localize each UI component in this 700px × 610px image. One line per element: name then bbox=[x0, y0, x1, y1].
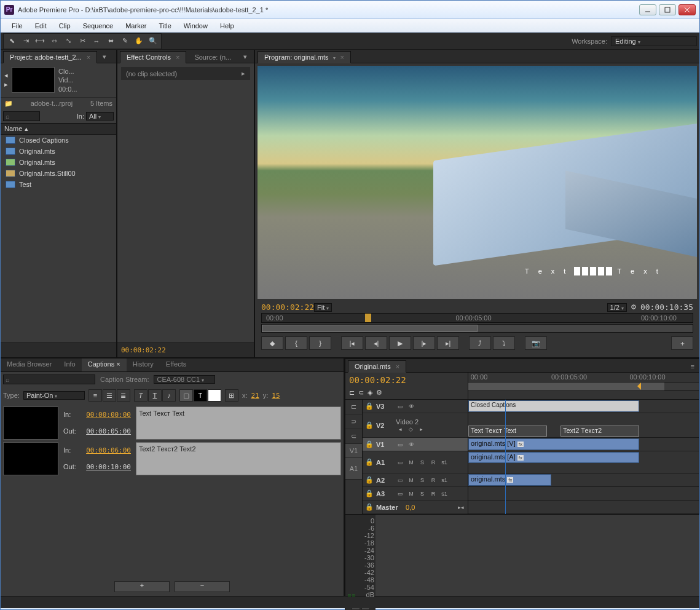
source-tab[interactable]: Source: (n... bbox=[187, 51, 238, 63]
project-tab[interactable]: Project: adobe-testt_2...× bbox=[3, 51, 97, 63]
tab-info[interactable]: Info bbox=[58, 358, 81, 371]
timeline-playhead[interactable] bbox=[505, 400, 506, 514]
minimize-button[interactable] bbox=[639, 4, 656, 15]
ripple-edit-tool-icon[interactable]: ⟷ bbox=[33, 35, 47, 47]
underline-icon[interactable]: T bbox=[148, 389, 162, 402]
panel-menu-icon[interactable]: ▾ bbox=[239, 50, 251, 63]
caption-type-selector[interactable]: Paint-On bbox=[23, 391, 85, 400]
close-icon[interactable]: × bbox=[114, 360, 120, 368]
clip-video-1[interactable]: original.mts [V]fx bbox=[468, 438, 639, 450]
timeline-tab[interactable]: Original.mts× bbox=[348, 360, 406, 373]
clip-audio-2[interactable]: original.mtsfx bbox=[468, 474, 551, 486]
zoom-tool-icon[interactable]: 🔍 bbox=[146, 35, 160, 47]
playhead-icon[interactable] bbox=[365, 314, 371, 322]
tab-effects[interactable]: Effects bbox=[160, 358, 192, 371]
lift-button[interactable]: ⤴ bbox=[469, 336, 491, 350]
menu-sequence[interactable]: Sequence bbox=[77, 21, 120, 31]
lock-icon[interactable]: 🔒 bbox=[365, 476, 374, 484]
track-select-tool-icon[interactable]: ⇥ bbox=[19, 35, 33, 47]
caption-text-input[interactable]: Text2 Текст2 Text2 bbox=[136, 442, 341, 475]
track-header-v2[interactable]: 🔒 V2 Video 2 ◂◇▸ bbox=[363, 413, 468, 438]
align-left-icon[interactable]: ≡ bbox=[88, 389, 102, 402]
mute-icon[interactable]: M bbox=[407, 459, 415, 466]
export-frame-button[interactable]: 📷 bbox=[525, 336, 547, 350]
eye-icon[interactable]: 👁 bbox=[407, 403, 415, 410]
caption-text-input[interactable]: Text Текст Text bbox=[136, 406, 341, 440]
playback-resolution-selector[interactable]: 1/2 bbox=[607, 303, 627, 312]
lock-icon[interactable]: 🔒 bbox=[365, 421, 374, 429]
asset-item[interactable]: Original.mts.Still00 bbox=[1, 168, 116, 179]
align-right-icon[interactable]: ≣ bbox=[117, 389, 130, 402]
asset-item[interactable]: Test bbox=[1, 179, 116, 190]
close-button[interactable] bbox=[678, 4, 696, 15]
clip-audio-1[interactable]: original.mts [A]fx bbox=[468, 452, 639, 463]
program-time-ruler[interactable]: 00:00 00:00:05:00 00:00:10:00 bbox=[261, 313, 693, 323]
timeline-settings-icon[interactable]: ⚙ bbox=[376, 389, 382, 397]
mute-icon[interactable]: M bbox=[407, 477, 415, 484]
tab-history[interactable]: History bbox=[127, 358, 160, 371]
slide-tool-icon[interactable]: ⬌ bbox=[104, 35, 117, 47]
solo-icon[interactable]: S bbox=[418, 459, 427, 466]
caption-out-tc[interactable]: 00:00:05:00 bbox=[86, 427, 131, 435]
menu-marker[interactable]: Marker bbox=[119, 21, 152, 31]
solo-icon[interactable]: S bbox=[418, 477, 427, 484]
slip-tool-icon[interactable]: ↔ bbox=[90, 35, 103, 47]
menu-window[interactable]: Window bbox=[178, 21, 214, 31]
window-titlebar[interactable]: Pr Adobe Premiere Pro - D:\ixBT\adobe-pr… bbox=[1, 1, 699, 19]
maximize-button[interactable] bbox=[659, 4, 676, 15]
track-header-master[interactable]: 🔒 Master 0,0 ▸◂ bbox=[363, 501, 468, 514]
go-to-in-button[interactable]: |◂ bbox=[341, 336, 363, 350]
add-caption-button[interactable]: + bbox=[114, 581, 170, 592]
go-to-out-button[interactable]: ▸| bbox=[437, 336, 459, 350]
rolling-edit-tool-icon[interactable]: ⇿ bbox=[47, 35, 61, 47]
italic-icon[interactable]: T bbox=[134, 389, 147, 402]
zoom-fit-selector[interactable]: Fit bbox=[314, 303, 332, 312]
tab-captions[interactable]: Captions × bbox=[82, 358, 127, 371]
timeline-ruler[interactable]: 00:00 00:00:05:00 00:00:10:00 bbox=[468, 373, 699, 382]
add-keyframe-icon[interactable]: ◇ bbox=[406, 426, 415, 433]
text-bg-icon[interactable]: T bbox=[194, 389, 207, 402]
prev-clip-icon[interactable]: ◂ bbox=[4, 71, 8, 79]
step-forward-button[interactable]: |▸ bbox=[413, 336, 435, 350]
remove-caption-button[interactable]: − bbox=[175, 581, 230, 592]
settings-icon[interactable]: ⚙ bbox=[631, 303, 637, 311]
timeline-tracks-area[interactable]: Closed Captions Text Текст Text Text2 Те… bbox=[468, 400, 699, 514]
extract-button[interactable]: ⤵ bbox=[493, 336, 515, 350]
close-icon[interactable]: × bbox=[340, 53, 344, 61]
play-preview-icon[interactable]: ▸ bbox=[4, 81, 8, 89]
lock-icon[interactable]: 🔒 bbox=[365, 402, 374, 410]
step-back-button[interactable]: ◂| bbox=[365, 336, 387, 350]
program-scrubber[interactable] bbox=[261, 324, 693, 333]
add-marker-icon[interactable]: ◈ bbox=[368, 389, 372, 397]
menu-help[interactable]: Help bbox=[214, 21, 240, 31]
eye-icon[interactable]: 👁 bbox=[407, 441, 415, 448]
pen-tool-icon[interactable]: ✎ bbox=[118, 35, 132, 47]
close-icon[interactable]: × bbox=[87, 53, 90, 61]
hand-tool-icon[interactable]: ✋ bbox=[132, 35, 146, 47]
collapse-icon[interactable]: ▸◂ bbox=[457, 504, 465, 511]
lock-icon[interactable]: 🔒 bbox=[365, 458, 374, 466]
timeline-zoom-bar[interactable] bbox=[468, 382, 699, 391]
send-icon[interactable]: s1 bbox=[440, 477, 449, 484]
toggle-output-icon[interactable]: ▭ bbox=[396, 459, 404, 466]
workspace-selector[interactable]: Editing bbox=[611, 36, 697, 46]
tl-tool-1[interactable]: ⊏ bbox=[345, 400, 362, 414]
next-keyframe-icon[interactable]: ▸ bbox=[417, 426, 425, 433]
align-center-icon[interactable]: ☰ bbox=[103, 389, 116, 402]
v1-source-patch[interactable]: V1 bbox=[345, 444, 362, 457]
panel-menu-icon[interactable]: ▾ bbox=[98, 50, 111, 63]
selection-tool-icon[interactable]: ⬉ bbox=[5, 35, 18, 47]
mark-out-button[interactable]: } bbox=[309, 336, 331, 350]
caption-in-tc[interactable]: 00:00:06:00 bbox=[86, 446, 131, 454]
captions-search[interactable] bbox=[3, 374, 95, 384]
record-icon[interactable]: R bbox=[429, 459, 438, 466]
track-header-v1[interactable]: 🔒 V1 ▭ 👁 bbox=[363, 438, 468, 451]
play-button[interactable]: ▶ bbox=[389, 336, 411, 350]
clip-caption-2[interactable]: Text2 Текст2 bbox=[560, 426, 639, 437]
program-monitor-tab[interactable]: Program: original.mts × bbox=[258, 51, 351, 63]
lock-icon[interactable]: 🔒 bbox=[365, 503, 374, 511]
toggle-output-icon[interactable]: ▭ bbox=[396, 477, 404, 484]
record-icon[interactable]: R bbox=[429, 477, 438, 484]
mark-in-button[interactable]: { bbox=[285, 336, 307, 350]
track-header-a2[interactable]: 🔒 A2 ▭ M S R s1 bbox=[363, 473, 468, 487]
